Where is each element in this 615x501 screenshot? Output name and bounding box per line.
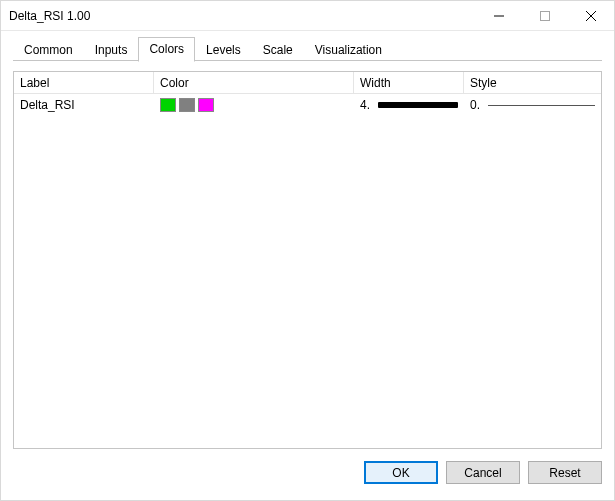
style-line-icon	[488, 105, 595, 106]
colors-list: Label Color Width Style Delta_RSI 4. 0.	[13, 71, 602, 449]
list-header: Label Color Width Style	[14, 72, 601, 94]
row-label: Delta_RSI	[14, 94, 154, 116]
tab-colors[interactable]: Colors	[138, 37, 195, 62]
row-style-value: 0.	[470, 98, 484, 112]
tab-strip: Common Inputs Colors Levels Scale Visual…	[1, 31, 614, 61]
tab-inputs[interactable]: Inputs	[84, 38, 139, 62]
window-controls	[476, 1, 614, 30]
header-style[interactable]: Style	[464, 72, 601, 93]
maximize-icon	[540, 11, 550, 21]
row-width-value: 4.	[360, 98, 374, 112]
cancel-button[interactable]: Cancel	[446, 461, 520, 484]
tab-common[interactable]: Common	[13, 38, 84, 62]
list-row[interactable]: Delta_RSI 4. 0.	[14, 94, 601, 116]
close-button[interactable]	[568, 1, 614, 30]
tab-scale[interactable]: Scale	[252, 38, 304, 62]
titlebar: Delta_RSI 1.00	[1, 1, 614, 31]
reset-button[interactable]: Reset	[528, 461, 602, 484]
window-title: Delta_RSI 1.00	[9, 9, 476, 23]
maximize-button[interactable]	[522, 1, 568, 30]
header-width[interactable]: Width	[354, 72, 464, 93]
tab-visualization[interactable]: Visualization	[304, 38, 393, 62]
tab-levels[interactable]: Levels	[195, 38, 252, 62]
button-row: OK Cancel Reset	[1, 449, 614, 484]
ok-button[interactable]: OK	[364, 461, 438, 484]
content-area: Label Color Width Style Delta_RSI 4. 0.	[1, 61, 614, 449]
color-swatch-3[interactable]	[198, 98, 214, 112]
width-line-icon	[378, 102, 458, 108]
row-width-cell[interactable]: 4.	[354, 94, 464, 116]
header-color[interactable]: Color	[154, 72, 354, 93]
minimize-icon	[494, 11, 504, 21]
svg-rect-1	[541, 11, 550, 20]
minimize-button[interactable]	[476, 1, 522, 30]
header-label[interactable]: Label	[14, 72, 154, 93]
row-color-cell[interactable]	[154, 94, 354, 116]
color-swatch-2[interactable]	[179, 98, 195, 112]
close-icon	[586, 11, 596, 21]
color-swatch-1[interactable]	[160, 98, 176, 112]
row-style-cell[interactable]: 0.	[464, 94, 601, 116]
